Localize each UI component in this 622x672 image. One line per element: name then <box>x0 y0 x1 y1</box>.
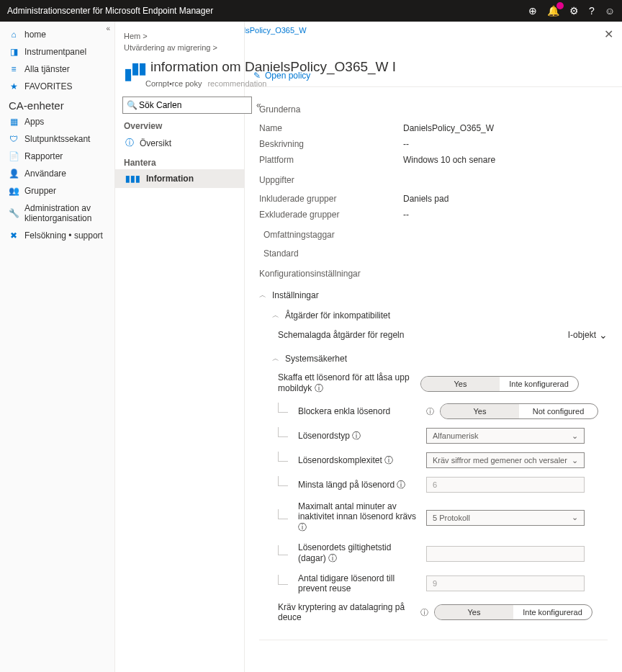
actions-expander[interactable]: ︿Åtgärder för inkompatibilitet <box>259 305 608 325</box>
app-title: Administrationscenter för Microsoft Endp… <box>7 6 528 16</box>
toggle-block-simple[interactable]: YesNot configured <box>440 403 598 419</box>
nav-all-services[interactable]: ≡Alla tjänster <box>0 61 114 78</box>
page-header: ▮▮▮ information om DanielsPolicy_O365_W … <box>115 56 244 79</box>
nav-dashboard[interactable]: ◨Instrumentpanel <box>0 43 114 61</box>
user-icon: 👤 <box>9 169 19 179</box>
nav-favorites[interactable]: ★FAVORITES <box>0 78 114 95</box>
chevron-down-icon: ⌄ <box>572 456 578 465</box>
chevron-up-icon: ︿ <box>259 290 266 300</box>
chevron-down-icon: ⌄ <box>572 513 578 522</box>
settings-icon[interactable]: ⚙ <box>569 5 579 17</box>
bars-icon: ▮▮▮ <box>125 174 140 184</box>
row-password-type: Lösenordstyp ⓘ Alfanumerisk⌄ <box>259 424 608 448</box>
toggle-require-password[interactable]: YesInte konfigurerad <box>420 376 579 392</box>
breadcrumb-policy[interactable]: DanielsPolicy_O365_W <box>245 26 307 35</box>
schedule-dropdown[interactable]: I-objekt⌄ <box>568 329 608 341</box>
syssec-expander[interactable]: ︿Systemsäkerhet <box>259 348 608 368</box>
scope-header: Omfattningstaggar <box>263 230 608 240</box>
row-expiry: Lösenordets giltighetstid (dagar) ⓘ <box>259 538 608 569</box>
main-blade: DanielsPolicy_O365_W ✕ ✎Open policy Grun… <box>245 22 622 672</box>
breadcrumbs: Hem > Utvärdering av migrering > <box>115 27 244 56</box>
group-icon: 👥 <box>9 186 19 196</box>
input-history[interactable]: 9 <box>426 575 585 591</box>
nav-tenant[interactable]: 🔧Administration av klientorganisation <box>0 200 114 227</box>
chevron-down-icon: ⌄ <box>572 431 578 441</box>
dropdown-complexity[interactable]: Kräv siffror med gemener och versaler⌄ <box>426 452 585 468</box>
blade-content: Grunderna NameDanielsPolicy_O365_W Beskr… <box>245 87 622 665</box>
sidebar-section-devices: CA-enheter <box>0 95 114 113</box>
input-expiry[interactable] <box>426 546 585 562</box>
apps-icon: ▦ <box>9 117 19 127</box>
search-input[interactable] <box>122 97 252 114</box>
open-icon: ✎ <box>253 71 261 81</box>
subnav-search: 🔍 « <box>115 94 244 117</box>
row-complexity: Lösenordskomplexitet ⓘ Kräv siffror med … <box>259 448 608 472</box>
assignments-header: Uppgifter <box>259 175 608 185</box>
schedule-row: Schemalagda åtgärder för regeln I-objekt… <box>259 325 608 348</box>
nav-reports[interactable]: 📄Rapporter <box>0 148 114 165</box>
breadcrumb-migration[interactable]: Utvärdering av migrering > <box>124 43 217 52</box>
help-icon[interactable]: ? <box>589 5 595 17</box>
row-encryption: Kräv kryptering av datalagring på deuceⓘ… <box>259 598 608 627</box>
global-sidebar: « ⌂home ◨Instrumentpanel ≡Alla tjänster … <box>0 22 115 672</box>
row-history: Antal tidigare lösenord till prevent reu… <box>259 569 608 598</box>
row-min-length: Minsta längd på lösenord ⓘ 6 <box>259 472 608 497</box>
blade-toolbar: ✎Open policy <box>245 65 622 87</box>
info-icon[interactable]: ⓘ <box>426 406 434 417</box>
toggle-encryption[interactable]: YesInte konfigurerad <box>434 604 592 620</box>
dropdown-password-type[interactable]: Alfanumerisk⌄ <box>426 428 585 444</box>
info-icon[interactable]: ⓘ <box>420 607 428 618</box>
notifications-icon[interactable]: 🔔 <box>547 5 559 17</box>
page-subtitle: Cornpt•rce pokyrecommendation <box>115 79 244 94</box>
nav-endpoint[interactable]: 🛡Slutpunktssekant <box>0 130 114 148</box>
promo-icon[interactable]: ⊕ <box>528 5 537 17</box>
nav-groups[interactable]: 👥Grupper <box>0 182 114 200</box>
blade-subnav: Hem > Utvärdering av migrering > ▮▮▮ inf… <box>115 22 245 672</box>
basics-header: Grunderna <box>259 104 608 115</box>
feedback-icon[interactable]: ☺ <box>605 5 615 17</box>
reports-icon: 📄 <box>9 151 19 161</box>
subnav-overview-header: Overview <box>115 117 244 133</box>
row-inactivity: Maximalt antal minuter av inaktivitet in… <box>259 497 608 538</box>
chevron-up-icon: ︿ <box>272 310 279 321</box>
row-block-simple: Blockera enkla lösenordⓘ YesNot configur… <box>259 399 608 424</box>
info-icon: ⓘ <box>125 137 134 149</box>
search-icon: 🔍 <box>127 100 138 110</box>
breadcrumb-home[interactable]: Hem > <box>124 32 148 40</box>
chevron-up-icon: ︿ <box>272 354 279 364</box>
shield-icon: 🛡 <box>9 134 19 144</box>
close-icon[interactable]: ✕ <box>604 27 613 41</box>
home-icon: ⌂ <box>9 30 19 40</box>
row-require-password: Skaffa ett lösenord för att låsa upp mob… <box>259 368 608 399</box>
nav-home[interactable]: ⌂home <box>0 26 114 43</box>
chevron-down-icon: ⌄ <box>599 329 608 341</box>
policy-name: DanielsPolicy_O365_W <box>403 123 494 133</box>
sidebar-collapse-icon[interactable]: « <box>106 24 110 32</box>
config-header: Konfigurationsinställningar <box>259 269 608 279</box>
topbar: Administrationscenter för Microsoft Endp… <box>0 0 622 22</box>
nav-apps[interactable]: ▦Apps <box>0 113 114 130</box>
subnav-overview[interactable]: ⓘÖversikt <box>115 133 244 153</box>
support-icon: ✖ <box>9 230 19 241</box>
input-min-length[interactable]: 6 <box>426 477 585 493</box>
topbar-icons: ⊕ 🔔 ⚙ ? ☺ <box>528 5 615 17</box>
open-policy-link[interactable]: ✎Open policy <box>253 71 613 81</box>
dropdown-inactivity[interactable]: 5 Protokoll⌄ <box>426 510 585 526</box>
settings-expander[interactable]: ︿Inställningar <box>259 285 608 305</box>
nav-troubleshoot[interactable]: ✖Felsökning • support <box>0 227 114 244</box>
policy-icon: ▮▮▮ <box>124 59 145 78</box>
wrench-icon: 🔧 <box>9 208 19 218</box>
star-icon: ★ <box>9 81 19 91</box>
dashboard-icon: ◨ <box>9 47 19 57</box>
list-icon: ≡ <box>9 64 19 74</box>
subnav-manage-header: Hantera <box>115 153 244 169</box>
subnav-information[interactable]: ▮▮▮Information <box>115 169 244 188</box>
nav-users[interactable]: 👤Användare <box>0 165 114 182</box>
